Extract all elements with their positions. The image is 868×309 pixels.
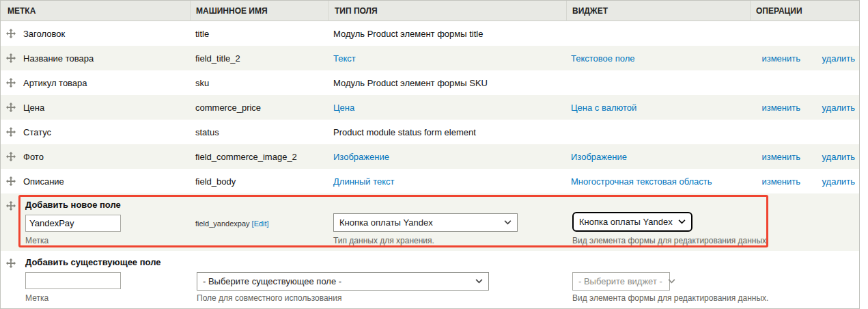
widget-select-caption: Вид элемента формы для редактирования да…: [572, 293, 768, 303]
drag-handle-icon[interactable]: [6, 53, 16, 63]
new-field-type-select[interactable]: Кнопка оплаты Yandex: [333, 213, 518, 232]
field-label: Цена: [23, 103, 44, 113]
add-new-field-title: Добавить новое поле: [25, 200, 121, 210]
column-header-field-type: ТИП ПОЛЯ: [328, 1, 566, 21]
field-type-link[interactable]: Цена: [333, 103, 354, 113]
field-overview-table: МЕТКА МАШИННОЕ ИМЯ ТИП ПОЛЯ ВИДЖЕТ ОПЕРА…: [0, 0, 860, 309]
widget-select-caption: Вид элемента формы для редактирования да…: [572, 236, 768, 245]
field-machine-name: field_body: [190, 169, 328, 193]
column-header-label: МЕТКА: [1, 1, 190, 21]
new-field-label-input[interactable]: [25, 215, 121, 232]
drag-handle-icon[interactable]: [6, 29, 16, 38]
edit-link[interactable]: изменить: [761, 53, 800, 64]
new-field-widget-select[interactable]: Кнопка оплаты Yandex: [572, 212, 692, 232]
delete-link[interactable]: удалить: [822, 53, 855, 64]
delete-link[interactable]: удалить: [822, 176, 855, 187]
field-type-link[interactable]: Текст: [333, 53, 356, 64]
field-label: Заголовок: [23, 29, 65, 39]
table-row: Фото field_commerce_image_2 Изображение …: [1, 144, 859, 169]
column-header-machine-name: МАШИННОЕ ИМЯ: [190, 1, 328, 21]
field-label: Описание: [23, 176, 64, 187]
field-widget-link[interactable]: Многострочная текстовая область: [571, 176, 712, 187]
table-row: Описание field_body Длинный текст Многос…: [1, 169, 859, 193]
drag-handle-icon[interactable]: [6, 258, 16, 268]
edit-link[interactable]: изменить: [761, 103, 800, 113]
chevron-down-icon: [668, 279, 675, 284]
table-row: Статус status Product module status form…: [1, 120, 859, 144]
new-field-machine-name: field_yandexpay [Edit]: [195, 219, 269, 228]
field-type-text: Модуль Product элемент формы SKU: [333, 78, 488, 88]
existing-field-select[interactable]: - Выберите существующее поле -: [197, 272, 489, 291]
field-widget-link[interactable]: Изображение: [571, 152, 627, 162]
edit-link[interactable]: изменить: [761, 152, 800, 162]
field-machine-name: field_commerce_image_2: [190, 144, 328, 169]
field-type-link[interactable]: Длинный текст: [333, 176, 395, 187]
delete-link[interactable]: удалить: [822, 152, 855, 162]
drag-handle-icon[interactable]: [6, 176, 16, 186]
add-existing-field-title: Добавить существующее поле: [25, 257, 161, 267]
table-row: Цена commerce_price Цена Цена с валютой …: [1, 95, 859, 120]
drag-handle-icon[interactable]: [6, 127, 16, 137]
table-row: Заголовок title Модуль Product элемент ф…: [1, 21, 859, 46]
drag-handle-icon[interactable]: [6, 78, 16, 88]
machine-name-edit-link[interactable]: [Edit]: [252, 219, 269, 228]
field-widget-link[interactable]: Текстовое поле: [571, 53, 634, 64]
table-row: Название товара field_title_2 Текст Текс…: [1, 46, 859, 70]
existing-field-label-input[interactable]: [25, 272, 121, 289]
field-machine-name: sku: [190, 70, 328, 95]
add-existing-field-row: Добавить существующее поле Метка - Выбер…: [1, 251, 859, 308]
table-row: Артикул товара sku Модуль Product элемен…: [1, 70, 859, 95]
type-select-caption: Тип данных для хранения.: [333, 236, 434, 245]
table-header-row: МЕТКА МАШИННОЕ ИМЯ ТИП ПОЛЯ ВИДЖЕТ ОПЕРА…: [1, 1, 859, 21]
field-type-link[interactable]: Изображение: [333, 152, 389, 162]
field-type-text: Модуль Product элемент формы title: [333, 29, 483, 39]
field-type-text: Product module status form element: [333, 127, 476, 137]
field-machine-name: field_title_2: [190, 46, 328, 70]
existing-widget-select[interactable]: - Выберите виджет -: [572, 272, 670, 291]
column-header-widget: ВИДЖЕТ: [566, 1, 750, 21]
existing-field-caption: Поле для совместного использования: [197, 293, 341, 303]
chevron-down-icon: [475, 279, 483, 284]
drag-handle-icon[interactable]: [6, 103, 16, 112]
field-overview-page: МЕТКА МАШИННОЕ ИМЯ ТИП ПОЛЯ ВИДЖЕТ ОПЕРА…: [0, 0, 868, 309]
field-label: Фото: [23, 152, 44, 162]
chevron-down-icon: [504, 220, 512, 225]
field-machine-name: status: [190, 120, 328, 144]
delete-link[interactable]: удалить: [822, 103, 855, 113]
field-label: Артикул товара: [23, 78, 87, 88]
field-label: Название товара: [23, 53, 94, 64]
field-widget-link[interactable]: Цена с валютой: [571, 103, 636, 113]
field-machine-name: commerce_price: [190, 95, 328, 120]
column-header-operations: ОПЕРАЦИИ: [750, 1, 859, 21]
field-machine-name: title: [190, 21, 328, 46]
chevron-down-icon: [678, 219, 686, 224]
field-label: Статус: [23, 127, 51, 137]
label-caption: Метка: [25, 293, 48, 303]
edit-link[interactable]: изменить: [761, 176, 800, 187]
label-caption: Метка: [25, 236, 48, 245]
add-new-field-row: Добавить новое поле Метка field_yandexpa…: [1, 193, 859, 251]
drag-handle-icon[interactable]: [6, 201, 16, 211]
drag-handle-icon[interactable]: [6, 152, 16, 161]
